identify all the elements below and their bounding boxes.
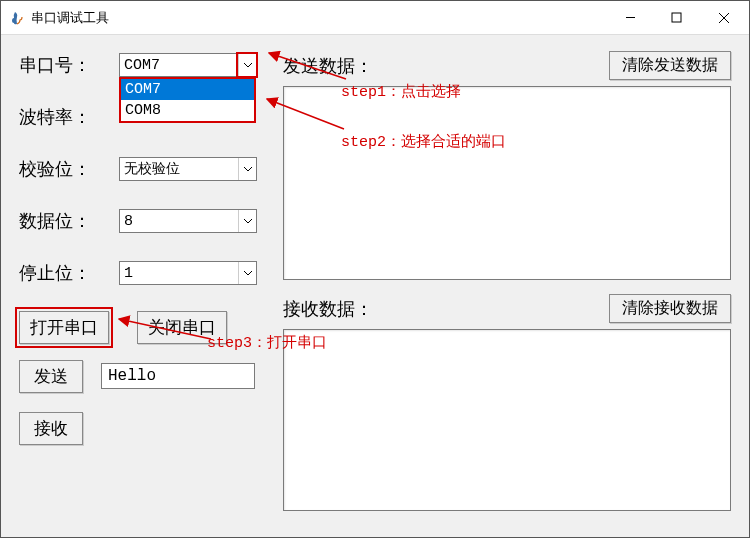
- port-dropdown-list: COM7 COM8: [119, 77, 256, 123]
- open-port-button[interactable]: 打开串口: [19, 311, 109, 344]
- chevron-down-icon[interactable]: [238, 54, 256, 76]
- send-input[interactable]: [101, 363, 255, 389]
- parity-combo[interactable]: 无校验位: [119, 157, 257, 181]
- recv-textarea[interactable]: [283, 329, 731, 511]
- send-row: 发送: [19, 362, 283, 390]
- close-button[interactable]: [699, 1, 749, 34]
- parity-label: 校验位：: [19, 157, 119, 181]
- window-title: 串口调试工具: [31, 9, 607, 27]
- port-option-com8[interactable]: COM8: [121, 100, 254, 121]
- content-area: 串口号： COM7 COM7 COM8 波特率：: [1, 35, 749, 537]
- databits-combo[interactable]: 8: [119, 209, 257, 233]
- stopbits-combo-value: 1: [120, 265, 238, 282]
- app-window: 串口调试工具 串口号： COM7: [0, 0, 750, 538]
- titlebar: 串口调试工具: [1, 1, 749, 35]
- baud-label: 波特率：: [19, 105, 119, 129]
- maximize-button[interactable]: [653, 1, 699, 34]
- send-button[interactable]: 发送: [19, 360, 83, 393]
- minimize-button[interactable]: [607, 1, 653, 34]
- stopbits-row: 停止位： 1: [19, 259, 283, 287]
- app-icon: [9, 10, 25, 26]
- send-textarea[interactable]: [283, 86, 731, 280]
- chevron-down-icon[interactable]: [238, 210, 256, 232]
- port-combo-value: COM7: [120, 57, 238, 74]
- right-panel: 发送数据： 清除发送数据 接收数据： 清除接收数据: [283, 35, 749, 537]
- svg-rect-1: [672, 13, 681, 22]
- parity-combo-value: 无校验位: [120, 160, 238, 178]
- parity-row: 校验位： 无校验位: [19, 155, 283, 183]
- recv-header: 接收数据： 清除接收数据: [283, 294, 731, 323]
- port-option-com7[interactable]: COM7: [121, 79, 254, 100]
- chevron-down-icon[interactable]: [238, 262, 256, 284]
- port-combo[interactable]: COM7 COM7 COM8: [119, 53, 257, 77]
- send-header: 发送数据： 清除发送数据: [283, 51, 731, 80]
- stopbits-combo[interactable]: 1: [119, 261, 257, 285]
- databits-row: 数据位： 8: [19, 207, 283, 235]
- left-panel: 串口号： COM7 COM7 COM8 波特率：: [1, 35, 283, 537]
- clear-send-button[interactable]: 清除发送数据: [609, 51, 731, 80]
- send-data-label: 发送数据：: [283, 54, 609, 78]
- annotation-step3: step3：打开串口: [207, 333, 327, 352]
- port-row: 串口号： COM7 COM7 COM8: [19, 51, 283, 79]
- recv-button[interactable]: 接收: [19, 412, 83, 445]
- recv-row: 接收: [19, 414, 283, 442]
- annotation-step1: step1：点击选择: [341, 82, 461, 101]
- stopbits-label: 停止位：: [19, 261, 119, 285]
- port-label: 串口号：: [19, 53, 119, 77]
- clear-recv-button[interactable]: 清除接收数据: [609, 294, 731, 323]
- databits-label: 数据位：: [19, 209, 119, 233]
- window-controls: [607, 1, 749, 34]
- databits-combo-value: 8: [120, 213, 238, 230]
- annotation-step2: step2：选择合适的端口: [341, 132, 506, 151]
- chevron-down-icon[interactable]: [238, 158, 256, 180]
- recv-data-label: 接收数据：: [283, 297, 609, 321]
